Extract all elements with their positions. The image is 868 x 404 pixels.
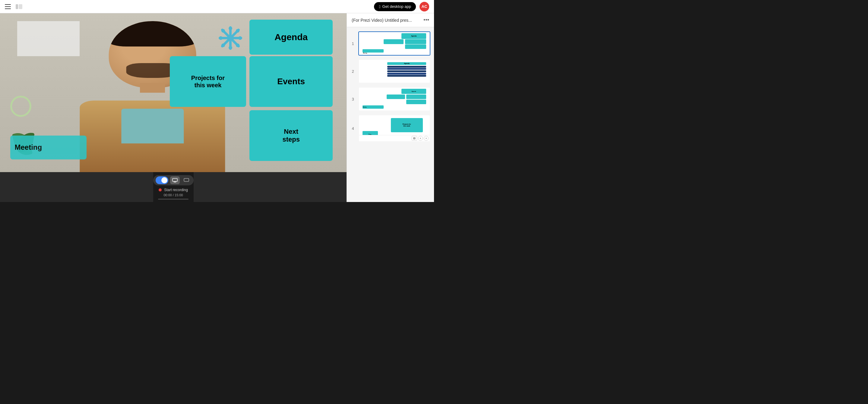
svg-rect-1 [19, 4, 22, 9]
video-background: Agenda Projects for this week Events Nex… [0, 13, 346, 172]
next-steps-card: Next steps [249, 110, 333, 161]
meeting-card: Meeting [10, 136, 87, 160]
events-card: Events [249, 56, 333, 107]
projects-label: Projects for this week [191, 74, 225, 89]
s1-events-box [405, 45, 427, 49]
slide2-preview: Agenda [359, 60, 430, 83]
s2-row-4 [387, 73, 426, 75]
s2-row-2 [387, 68, 426, 70]
s4-projects-box: Projects forthis week [391, 118, 423, 132]
slide-number-1: 1 [350, 41, 355, 46]
top-bar-right:  Get desktop app AC [374, 2, 429, 11]
main-area: Agenda Projects for this week Events Nex… [0, 13, 434, 202]
slide-thumbnail-1[interactable]: Agenda Meeting [358, 31, 430, 56]
next-slide-button[interactable]: › [424, 136, 429, 141]
start-recording-label: Start recording [164, 188, 188, 192]
more-options-icon[interactable]: ••• [424, 17, 429, 23]
s2-row-5 [387, 75, 426, 77]
right-sidebar: (For Prezi Video) Untitled pres... ••• 1… [346, 13, 434, 202]
sidebar-title: (For Prezi Video) Untitled pres... [352, 18, 412, 23]
events-label: Events [277, 77, 305, 86]
menu-icon[interactable] [5, 4, 11, 9]
slide-number-4: 4 [350, 126, 355, 131]
slide-thumbnail-3[interactable]: Agenda Meeting [358, 87, 430, 111]
s2-header-box: Agenda [387, 62, 426, 65]
presentation-view-button[interactable] [170, 176, 180, 184]
bottom-controls: Start recording 00:00 / 15:00 [153, 172, 194, 202]
s1-agenda-box: Agenda [401, 33, 426, 39]
slide-item-2[interactable]: 2 Agenda [347, 57, 434, 85]
slide-item-4[interactable]: 4 Projects forthis week Proj... ⊟ ‹ [347, 113, 434, 144]
next-steps-label: Next steps [282, 128, 300, 144]
svg-rect-0 [16, 4, 18, 9]
projects-card: Projects for this week [170, 56, 246, 107]
slide4-pagination: ⊟ ‹ › [359, 135, 430, 141]
toggle-switch[interactable] [156, 176, 168, 184]
view-controls-bar [153, 175, 194, 185]
slide-item-1[interactable]: 1 Agenda Meeting [347, 30, 434, 57]
meeting-label: Meeting [14, 143, 42, 151]
video-area: Agenda Projects for this week Events Nex… [0, 13, 346, 202]
recording-dot [159, 189, 162, 192]
top-bar:  Get desktop app AC [0, 0, 434, 13]
top-bar-left [5, 3, 22, 10]
recording-info: Start recording [159, 188, 188, 192]
slide1-preview: Agenda Meeting [359, 32, 430, 55]
total-time: 15:00 [175, 193, 183, 197]
agenda-label: Agenda [275, 32, 308, 42]
current-time: 00:00 [163, 193, 172, 197]
progress-bar-container[interactable] [158, 199, 188, 200]
prev-slide-button[interactable]: ‹ [418, 136, 423, 141]
get-desktop-app-button[interactable]:  Get desktop app [374, 2, 416, 11]
slide-thumbnail-2[interactable]: Agenda [358, 59, 430, 83]
slide-number-3: 3 [350, 97, 355, 102]
s1-nextsteps-box [384, 39, 404, 44]
svg-rect-18 [184, 178, 189, 181]
s1-meeting-box: Meeting [363, 49, 384, 53]
slide-item-3[interactable]: 3 Agenda Meeting [347, 85, 434, 113]
slides-list: 1 Agenda Meeting [347, 27, 434, 202]
sidebar-header: (For Prezi Video) Untitled pres... ••• [347, 13, 434, 27]
s2-row-1 [387, 66, 426, 68]
plant-circle [10, 96, 31, 117]
monitor-icon[interactable]: ⊟ [412, 136, 417, 141]
svg-rect-14 [173, 178, 177, 181]
user-avatar[interactable]: AC [420, 2, 429, 11]
time-display: 00:00 / 15:00 [163, 193, 183, 197]
video-container: Agenda Projects for this week Events Nex… [0, 13, 346, 172]
s2-row-3 [387, 70, 426, 72]
slide3-preview: Agenda Meeting [359, 88, 430, 111]
sidebar-toggle-icon[interactable] [16, 3, 22, 10]
slide-number-2: 2 [350, 69, 355, 74]
get-desktop-label: Get desktop app [382, 4, 411, 9]
s1-projects-box [405, 39, 427, 44]
agenda-card: Agenda [249, 20, 333, 55]
apple-icon:  [379, 4, 380, 9]
compact-view-button[interactable] [182, 176, 191, 184]
slide-thumbnail-4[interactable]: Projects forthis week Proj... ⊟ ‹ › [358, 115, 430, 142]
